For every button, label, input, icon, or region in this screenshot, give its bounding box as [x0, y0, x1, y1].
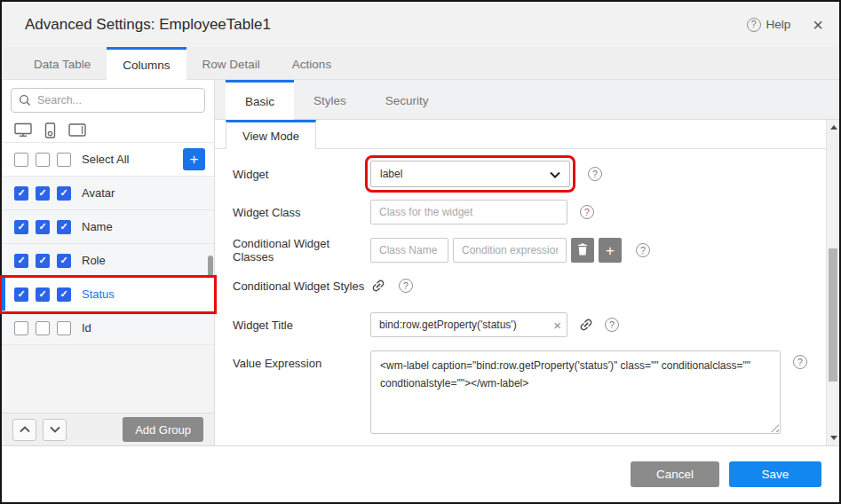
move-down-button[interactable] — [43, 419, 67, 441]
value-expression-row: Value Expression <wm-label caption="bind… — [233, 350, 813, 434]
dialog-title: Advanced Settings: EmployeeTable1 — [25, 16, 747, 34]
settings-tab-bar: Basic Styles Security — [215, 80, 839, 120]
avatar-desktop-checkbox[interactable] — [14, 186, 28, 201]
id-tablet-checkbox[interactable] — [57, 321, 71, 335]
chevron-down-icon — [550, 166, 560, 182]
device-view-icons — [2, 118, 214, 143]
conditional-widget-classes-row: Conditional Widget Classes + ? — [233, 237, 813, 264]
column-label: Id — [82, 321, 91, 335]
class-name-input[interactable] — [370, 238, 448, 263]
search-box[interactable] — [11, 88, 205, 113]
save-button[interactable]: Save — [729, 461, 821, 487]
role-desktop-checkbox[interactable] — [14, 254, 28, 268]
name-desktop-checkbox[interactable] — [14, 220, 28, 234]
search-icon — [19, 94, 31, 106]
status-tablet-checkbox[interactable] — [57, 287, 71, 302]
tab-basic[interactable]: Basic — [226, 80, 294, 120]
column-label: Role — [82, 254, 106, 267]
column-row-name[interactable]: Name — [2, 210, 214, 244]
tab-actions[interactable]: Actions — [276, 47, 347, 79]
column-row-id[interactable]: Id — [2, 311, 214, 345]
widget-select-value: label — [380, 168, 550, 180]
role-mobile-checkbox[interactable] — [36, 254, 50, 268]
bind-link-icon[interactable] — [575, 313, 597, 335]
id-mobile-checkbox[interactable] — [36, 321, 50, 335]
tab-data-table[interactable]: Data Table — [18, 47, 107, 79]
sidebar-empty-area — [2, 345, 214, 413]
tab-styles[interactable]: Styles — [294, 80, 366, 119]
advanced-settings-dialog: Advanced Settings: EmployeeTable1 ? Help… — [0, 0, 841, 504]
id-desktop-checkbox[interactable] — [14, 321, 28, 335]
desktop-icon[interactable] — [14, 122, 32, 138]
mobile-icon[interactable] — [44, 122, 57, 138]
conditional-widget-classes-label: Conditional Widget Classes — [233, 237, 370, 264]
select-all-tablet-checkbox[interactable] — [57, 153, 71, 167]
close-icon[interactable]: × — [813, 16, 823, 34]
conditional-widget-styles-row: Conditional Widget Styles ? — [233, 278, 813, 294]
tablet-icon[interactable] — [68, 123, 86, 137]
help-icon[interactable]: ? — [580, 205, 594, 219]
widget-class-label: Widget Class — [233, 206, 370, 219]
search-input[interactable] — [37, 94, 197, 106]
column-row-role[interactable]: Role — [2, 244, 214, 278]
value-expression-label: Value Expression — [233, 350, 370, 370]
tab-row-detail[interactable]: Row Detail — [186, 47, 276, 79]
widget-label: Widget — [233, 168, 370, 181]
add-column-button[interactable]: + — [183, 148, 205, 170]
cancel-button[interactable]: Cancel — [631, 461, 719, 487]
help-icon[interactable]: ? — [793, 355, 807, 369]
basic-settings-form: Widget label ? Widget Class — [215, 149, 839, 445]
status-desktop-checkbox[interactable] — [14, 287, 28, 302]
select-all-mobile-checkbox[interactable] — [36, 153, 50, 167]
name-tablet-checkbox[interactable] — [57, 220, 71, 234]
widget-title-row: Widget Title × ? — [233, 312, 813, 337]
column-label: Status — [82, 287, 115, 301]
name-mobile-checkbox[interactable] — [36, 220, 50, 234]
avatar-tablet-checkbox[interactable] — [57, 186, 71, 201]
column-label: Name — [82, 220, 113, 233]
widget-title-input[interactable] — [370, 312, 567, 337]
column-row-status[interactable]: Status — [2, 278, 214, 311]
widget-class-row: Widget Class ? — [233, 200, 813, 224]
bind-link-icon[interactable] — [367, 274, 389, 296]
help-icon: ? — [747, 18, 761, 32]
help-button[interactable]: ? Help — [747, 18, 791, 32]
panel-scrollbar-thumb[interactable] — [829, 248, 837, 382]
trash-icon — [577, 243, 588, 258]
help-icon[interactable]: ? — [605, 318, 619, 332]
column-settings-panel: Basic Styles Security View Mode Widget l… — [215, 80, 839, 445]
main-tab-bar: Data Table Columns Row Detail Actions — [2, 47, 839, 80]
widget-class-input[interactable] — [370, 200, 567, 224]
subtab-bar: View Mode — [215, 120, 826, 149]
select-all-row: Select All + — [2, 143, 214, 177]
help-icon[interactable]: ? — [588, 167, 602, 181]
role-tablet-checkbox[interactable] — [57, 254, 71, 268]
widget-select[interactable]: label — [370, 161, 570, 187]
select-all-desktop-checkbox[interactable] — [14, 153, 28, 167]
widget-title-label: Widget Title — [233, 319, 370, 332]
panel-scrollbar[interactable] — [826, 120, 839, 445]
delete-condition-button[interactable] — [571, 238, 594, 263]
help-icon[interactable]: ? — [399, 279, 413, 293]
column-label: Avatar — [82, 186, 115, 200]
conditional-widget-styles-label: Conditional Widget Styles — [233, 280, 370, 293]
scroll-up-arrow[interactable] — [827, 121, 840, 134]
value-expression-textarea[interactable]: <wm-label caption="bind:row.getProperty(… — [370, 350, 781, 434]
scroll-down-arrow[interactable] — [827, 431, 840, 445]
tab-columns[interactable]: Columns — [107, 47, 186, 80]
widget-row: Widget label ? — [233, 161, 813, 187]
select-all-label: Select All — [82, 153, 129, 166]
add-group-button[interactable]: Add Group — [123, 417, 203, 442]
move-up-button[interactable] — [12, 419, 36, 441]
columns-sidebar: Select All + Avatar Name Role — [2, 80, 215, 445]
status-mobile-checkbox[interactable] — [36, 287, 50, 302]
avatar-mobile-checkbox[interactable] — [36, 186, 50, 201]
column-row-avatar[interactable]: Avatar — [2, 177, 214, 210]
help-icon[interactable]: ? — [636, 243, 650, 257]
tab-security[interactable]: Security — [366, 80, 448, 119]
clear-icon[interactable]: × — [553, 319, 561, 332]
tab-view-mode[interactable]: View Mode — [226, 120, 316, 149]
add-condition-button[interactable]: + — [599, 238, 622, 263]
dialog-header: Advanced Settings: EmployeeTable1 ? Help… — [2, 2, 839, 47]
condition-expression-input[interactable] — [453, 238, 567, 263]
